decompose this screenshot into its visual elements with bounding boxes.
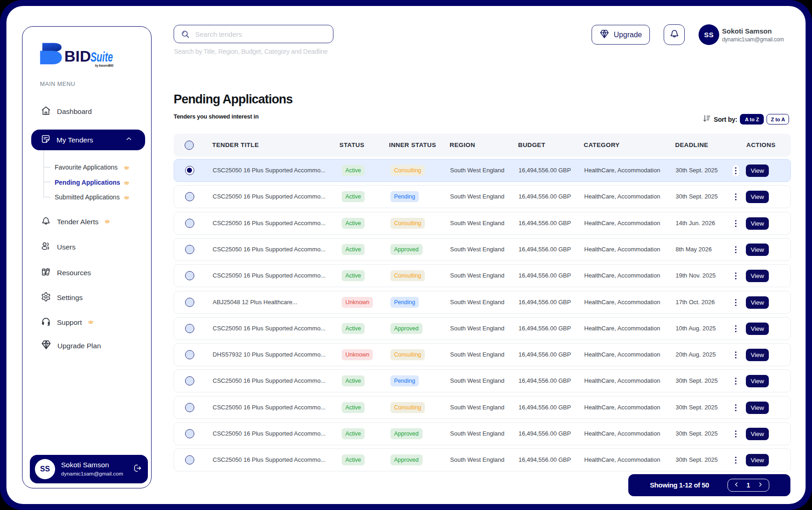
svg-text:Suite: Suite (90, 49, 113, 64)
svg-text:BID: BID (64, 48, 91, 65)
svg-text:by AssuredBID: by AssuredBID (95, 63, 113, 68)
